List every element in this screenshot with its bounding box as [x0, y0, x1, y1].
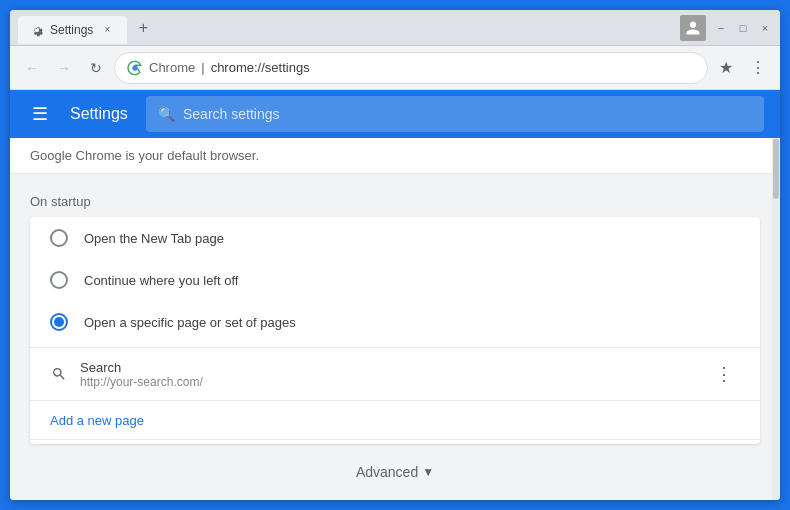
window-controls: − □ × [676, 15, 772, 41]
on-startup-section-label: On startup [10, 182, 780, 217]
specific-page-option[interactable]: Open a specific page or set of pages [30, 301, 760, 343]
search-entry-name: Search [80, 360, 696, 375]
advanced-section: Advanced ▼ [10, 444, 780, 500]
settings-page-title: Settings [70, 105, 130, 123]
browser-menu-button[interactable]: ⋮ [744, 54, 772, 82]
add-new-page-row[interactable]: Add a new page [30, 400, 760, 439]
advanced-label: Advanced [356, 464, 418, 480]
svg-point-1 [133, 66, 137, 70]
advanced-button[interactable]: Advanced ▼ [356, 464, 434, 480]
search-entry-more-button[interactable]: ⋮ [708, 358, 740, 390]
forward-button[interactable]: → [50, 54, 78, 82]
maximize-button[interactable]: □ [736, 21, 750, 35]
reload-button[interactable]: ↻ [82, 54, 110, 82]
search-icon: 🔍 [158, 106, 175, 122]
bookmark-star-icon[interactable]: ★ [712, 54, 740, 82]
scrollbar-thumb[interactable] [773, 139, 779, 199]
browser-tab[interactable]: Settings × [18, 16, 127, 44]
continue-label: Continue where you left off [84, 273, 238, 288]
new-tab-button[interactable]: + [129, 14, 157, 42]
settings-header: ☰ Settings 🔍 Search settings [10, 90, 780, 138]
scrollbar[interactable] [772, 138, 780, 500]
radio-selected-dot [54, 317, 64, 327]
add-new-page-link[interactable]: Add a new page [50, 413, 144, 428]
specific-page-radio[interactable] [50, 313, 68, 331]
search-entry-icon [50, 365, 68, 383]
user-profile-icon[interactable] [680, 15, 706, 41]
title-bar: Settings × + − □ × [10, 10, 780, 46]
open-new-tab-option[interactable]: Open the New Tab page [30, 217, 760, 259]
back-button[interactable]: ← [18, 54, 46, 82]
url-separator: | [201, 60, 204, 75]
settings-tab-icon [30, 23, 44, 37]
open-new-tab-radio[interactable] [50, 229, 68, 247]
browser-window: Settings × + − □ × ← → ↻ Chrom [10, 10, 780, 500]
search-entry-info: Search http://your-search.com/ [80, 360, 696, 389]
minimize-button[interactable]: − [714, 21, 728, 35]
continue-option[interactable]: Continue where you left off [30, 259, 760, 301]
close-window-button[interactable]: × [758, 21, 772, 35]
startup-settings-card: Open the New Tab page Continue where you… [30, 217, 760, 444]
content-area: Google Chrome is your default browser. O… [10, 138, 780, 500]
continue-radio[interactable] [50, 271, 68, 289]
chrome-icon [127, 60, 143, 76]
tab-close-button[interactable]: × [99, 22, 115, 38]
browser-name: Chrome [149, 60, 195, 75]
open-new-tab-label: Open the New Tab page [84, 231, 224, 246]
default-browser-strip: Google Chrome is your default browser. [10, 138, 780, 174]
chevron-down-icon: ▼ [422, 465, 434, 479]
search-placeholder-text: Search settings [183, 106, 280, 122]
specific-page-label: Open a specific page or set of pages [84, 315, 296, 330]
url-text: chrome://settings [211, 60, 310, 75]
tab-title: Settings [50, 23, 93, 37]
search-page-entry: Search http://your-search.com/ ⋮ [30, 347, 760, 400]
address-input[interactable]: Chrome | chrome://settings [114, 52, 708, 84]
hamburger-menu-button[interactable]: ☰ [26, 100, 54, 128]
address-bar-row: ← → ↻ Chrome | chrome://settings ★ ⋮ [10, 46, 780, 90]
search-entry-url: http://your-search.com/ [80, 375, 696, 389]
default-browser-text: Google Chrome is your default browser. [30, 148, 259, 163]
settings-search-bar[interactable]: 🔍 Search settings [146, 96, 764, 132]
